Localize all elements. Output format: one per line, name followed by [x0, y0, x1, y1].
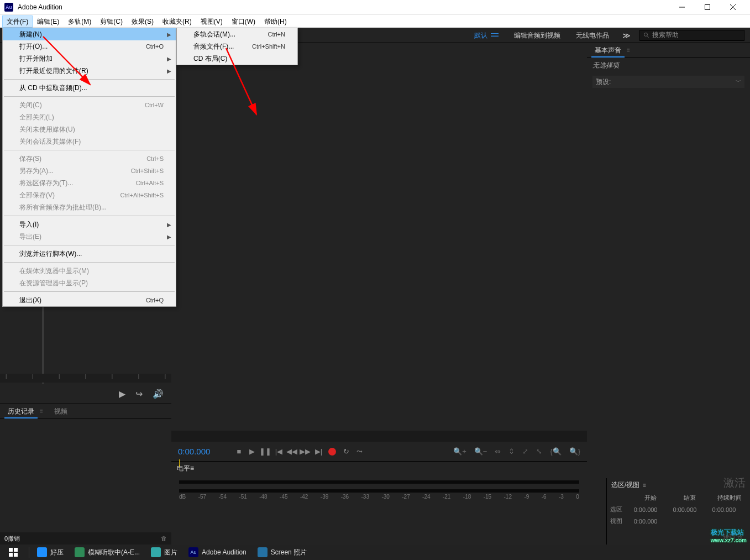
menu-item-reveal-explorer[interactable]: 在资源管理器中显示(P) — [3, 277, 176, 289]
zoom-in-v-icon[interactable]: ⤢ — [522, 447, 528, 456]
panel-menu-icon[interactable]: ≡ — [190, 464, 194, 472]
rewind-button[interactable]: ◀◀ — [285, 447, 298, 456]
menu-item-reveal-media-browser[interactable]: 在媒体浏览器中显示(M) — [3, 265, 176, 277]
col-end: 结束 — [671, 493, 709, 503]
menu-item-new[interactable]: 新建(N)▶ — [3, 28, 176, 40]
play-button[interactable]: ▶ — [245, 447, 259, 456]
preset-label: 预设: — [596, 77, 611, 87]
preset-dropdown[interactable]: 预设: ﹀ — [592, 76, 744, 88]
start-button[interactable] — [0, 545, 27, 560]
submenu-multitrack-session[interactable]: 多轨会话(M)...Ctrl+N — [177, 28, 297, 40]
task-item[interactable]: 好压 — [32, 545, 69, 560]
menu-item-close-session[interactable]: 关闭会话及其媒体(F) — [3, 135, 176, 148]
task-item[interactable]: Screen 照片 — [252, 545, 312, 560]
go-end-button[interactable]: ▶| — [312, 447, 325, 456]
task-item[interactable]: AuAdobe Audition — [183, 545, 252, 560]
timecode-display[interactable]: 0:00.000 — [178, 447, 210, 456]
maximize-button[interactable] — [695, 0, 720, 14]
task-item[interactable]: 图片 — [145, 545, 183, 560]
svg-rect-6 — [9, 548, 13, 552]
menu-multitrack[interactable]: 多轨(M) — [64, 15, 96, 28]
svg-rect-8 — [9, 553, 13, 557]
submenu-audio-file[interactable]: 音频文件(F)...Ctrl+Shift+N — [177, 40, 297, 53]
pause-button[interactable]: ❚❚ — [259, 447, 272, 456]
timeline-ruler[interactable] — [171, 431, 587, 442]
menu-item-save-as[interactable]: 另存为(A)...Ctrl+Shift+S — [3, 165, 176, 177]
menu-effects[interactable]: 效果(S) — [127, 15, 158, 28]
app-logo: Au — [4, 3, 13, 12]
menu-bar: 文件(F) 编辑(E) 多轨(M) 剪辑(C) 效果(S) 收藏夹(R) 视图(… — [0, 14, 750, 28]
submenu-arrow-icon: ▶ — [167, 56, 171, 62]
tab-history[interactable]: 历史记录 — [4, 404, 38, 418]
task-item[interactable]: 模糊听歌中(A-E... — [69, 545, 145, 560]
menu-item-open[interactable]: 打开(O)...Ctrl+O — [3, 40, 176, 53]
menu-help[interactable]: 帮助(H) — [260, 15, 291, 28]
zoom-out-h-icon[interactable]: 🔍− — [474, 447, 487, 456]
record-button[interactable] — [328, 448, 336, 456]
workspace-default[interactable]: 默认 — [466, 28, 506, 43]
workspace-more-button[interactable]: ≫ — [617, 31, 636, 40]
menu-item-close-unused[interactable]: 关闭未使用媒体(U) — [3, 123, 176, 135]
levels-header: 电平 ≡ — [171, 462, 587, 475]
cell-sel-end[interactable]: 0:00.000 — [671, 504, 709, 515]
loop-icon[interactable]: ↪ — [135, 389, 143, 399]
help-search[interactable]: 搜索帮助 — [639, 30, 744, 41]
close-button[interactable] — [720, 0, 746, 14]
menu-item-close-all[interactable]: 全部关闭(L) — [3, 111, 176, 123]
volume-icon[interactable]: 🔊 — [153, 389, 164, 399]
zoom-out-v-icon[interactable]: ⤡ — [536, 447, 542, 456]
menu-favorites[interactable]: 收藏夹(R) — [158, 15, 196, 28]
panel-menu-icon[interactable]: ≡ — [643, 482, 646, 488]
menu-item-save-all[interactable]: 全部保存(V)Ctrl+Alt+Shift+S — [3, 189, 176, 201]
menu-item-save-all-batch[interactable]: 将所有音频保存为批处理(B)... — [3, 201, 176, 213]
workspace-radio[interactable]: 无线电作品 — [568, 28, 617, 43]
panel-menu-icon[interactable]: ≡ — [627, 47, 630, 53]
menu-window[interactable]: 窗口(W) — [227, 15, 260, 28]
panel-menu-icon[interactable]: ≡ — [40, 408, 43, 414]
menu-item-open-append[interactable]: 打开并附加▶ — [3, 53, 176, 65]
new-submenu: 多轨会话(M)...Ctrl+N 音频文件(F)...Ctrl+Shift+N … — [176, 28, 298, 65]
menu-item-exit[interactable]: 退出(X)Ctrl+Q — [3, 294, 176, 306]
menu-item-browse-run-script[interactable]: 浏览并运行脚本(W)... — [3, 248, 176, 260]
history-footer: 0撤销 🗑 — [0, 532, 171, 545]
submenu-cd-layout[interactable]: CD 布局(C) — [177, 53, 297, 65]
menu-item-export[interactable]: 导出(E)▶ — [3, 231, 176, 243]
history-body — [0, 418, 171, 532]
menu-item-save-selection[interactable]: 将选区保存为(T)...Ctrl+Alt+S — [3, 177, 176, 189]
go-start-button[interactable]: |◀ — [272, 447, 285, 456]
menu-edit[interactable]: 编辑(E) — [33, 15, 64, 28]
menu-item-close[interactable]: 关闭(C)Ctrl+W — [3, 99, 176, 111]
tab-video[interactable]: 视频 — [51, 404, 71, 418]
menu-clip[interactable]: 剪辑(C) — [96, 15, 127, 28]
minimize-button[interactable] — [669, 0, 695, 14]
forward-button[interactable]: ▶▶ — [298, 447, 312, 456]
play-icon[interactable]: ▶ — [119, 389, 125, 399]
stop-button[interactable]: ■ — [232, 447, 245, 456]
cell-view-start[interactable]: 0:00.000 — [632, 516, 670, 526]
audition-icon: Au — [188, 547, 198, 557]
menu-item-extract-cd[interactable]: 从 CD 中提取音频(D)... — [3, 82, 176, 94]
zoom-in-h-icon[interactable]: 🔍+ — [453, 447, 466, 456]
zoom-in-point-icon[interactable]: {🔍 — [550, 447, 561, 456]
zoom-sel-icon[interactable]: ⇕ — [508, 447, 515, 456]
loop-button[interactable]: ↻ — [339, 447, 353, 456]
zoom-out-point-icon[interactable]: 🔍} — [569, 447, 580, 456]
menu-item-import[interactable]: 导入(I)▶ — [3, 218, 176, 231]
tab-essential-sound[interactable]: 基本声音 — [591, 43, 625, 57]
menu-item-save[interactable]: 保存(S)Ctrl+S — [3, 153, 176, 165]
trash-icon[interactable]: 🗑 — [161, 535, 167, 542]
cell-sel-dur[interactable]: 0:00.000 — [710, 504, 749, 515]
menu-view[interactable]: 视图(V) — [196, 15, 227, 28]
submenu-arrow-icon: ▶ — [167, 32, 171, 38]
zoom-full-icon[interactable]: ⇔ — [495, 447, 501, 456]
skip-selection-button[interactable]: ⤳ — [353, 447, 366, 456]
folder-icon — [151, 547, 161, 557]
svg-rect-7 — [14, 548, 18, 552]
tab-selection-view[interactable]: 选区/视图 — [611, 480, 639, 490]
windows-icon — [9, 548, 18, 557]
cell-sel-start[interactable]: 0:00.000 — [632, 504, 670, 515]
site-watermark: 极光下载站 www.xz7.com — [711, 528, 747, 543]
menu-item-open-recent[interactable]: 打开最近使用的文件(R)▶ — [3, 65, 176, 77]
workspace-edit-audio-video[interactable]: 编辑音频到视频 — [506, 28, 568, 43]
menu-file[interactable]: 文件(F) — [2, 15, 33, 28]
